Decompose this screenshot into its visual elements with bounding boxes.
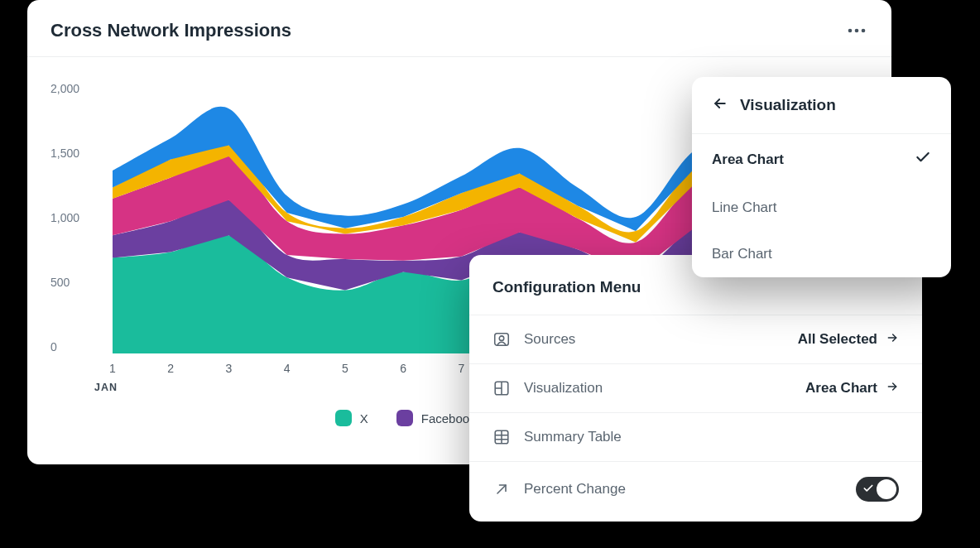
- legend-swatch: [396, 410, 413, 426]
- more-menu-button[interactable]: [845, 22, 868, 39]
- svg-point-2: [862, 29, 866, 33]
- x-tick: 1: [109, 362, 116, 375]
- percent-change-toggle[interactable]: [856, 477, 899, 502]
- legend-item: Facebook: [396, 410, 476, 426]
- month-label: JAN: [94, 382, 118, 393]
- user-icon: [492, 330, 511, 349]
- x-tick: 3: [226, 362, 233, 375]
- config-row-value: Area Chart: [805, 380, 877, 397]
- configuration-menu: Configuration Menu Sources All Selected: [469, 255, 922, 522]
- config-row-value: All Selected: [798, 331, 877, 348]
- visualization-submenu: Visualization Area ChartLine ChartBar Ch…: [692, 77, 951, 277]
- y-tick: 1,000: [50, 211, 100, 224]
- config-row-label: Sources: [524, 331, 575, 348]
- viz-option[interactable]: Area Chart: [692, 134, 951, 185]
- arrow-right-icon: [886, 380, 899, 397]
- arrow-up-right-icon: [492, 480, 511, 498]
- more-icon: [848, 28, 866, 33]
- legend-label: X: [360, 411, 368, 425]
- svg-point-4: [499, 336, 504, 341]
- config-row-label: Visualization: [524, 380, 603, 397]
- back-button[interactable]: [712, 95, 728, 115]
- viz-option-label: Line Chart: [712, 199, 776, 216]
- y-tick: 1,500: [50, 147, 100, 160]
- viz-option[interactable]: Bar Chart: [692, 231, 951, 277]
- layout-half-icon: [492, 379, 511, 397]
- card-header: Cross Network Impressions: [27, 0, 891, 57]
- viz-option-label: Bar Chart: [712, 246, 772, 262]
- viz-menu-title: Visualization: [740, 96, 836, 114]
- svg-point-0: [848, 29, 853, 33]
- config-row-percent-change: Percent Change: [469, 462, 922, 522]
- config-row-label: Summary Table: [524, 429, 622, 445]
- arrow-left-icon: [712, 95, 728, 112]
- config-row-summary-table[interactable]: Summary Table: [469, 413, 922, 462]
- y-axis: 2,000 1,500 1,000 500 0: [50, 72, 100, 398]
- toggle-knob: [877, 479, 896, 499]
- card-title: Cross Network Impressions: [50, 20, 291, 41]
- svg-rect-3: [495, 334, 509, 346]
- viz-option[interactable]: Line Chart: [692, 185, 951, 231]
- x-tick: 4: [284, 362, 291, 375]
- config-row-visualization[interactable]: Visualization Area Chart: [469, 364, 922, 413]
- check-icon: [862, 482, 874, 498]
- table-icon: [492, 428, 511, 446]
- y-tick: 500: [50, 276, 100, 289]
- legend-swatch: [335, 410, 352, 426]
- x-tick: 2: [167, 362, 174, 375]
- x-tick: 6: [400, 362, 406, 375]
- config-row-sources[interactable]: Sources All Selected: [469, 315, 922, 364]
- check-icon: [915, 149, 931, 170]
- legend-item: X: [335, 410, 368, 426]
- y-tick: 2,000: [50, 82, 100, 95]
- x-tick: 7: [458, 362, 464, 375]
- svg-point-1: [855, 29, 859, 33]
- x-tick: 5: [342, 362, 348, 375]
- legend-label: Facebook: [421, 411, 476, 425]
- y-tick: 0: [50, 340, 100, 353]
- config-row-label: Percent Change: [524, 481, 626, 498]
- arrow-right-icon: [886, 331, 899, 349]
- viz-option-label: Area Chart: [712, 151, 784, 168]
